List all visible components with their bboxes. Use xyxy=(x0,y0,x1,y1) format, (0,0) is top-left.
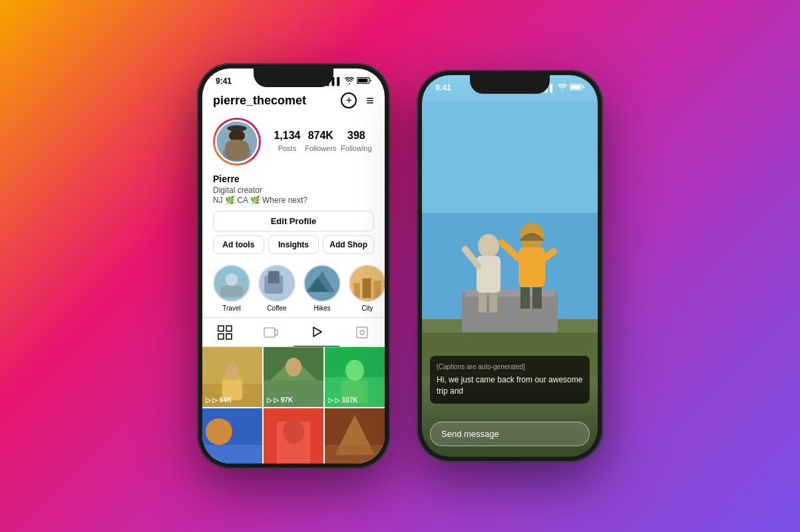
reel-scene xyxy=(422,102,598,377)
tab-grid[interactable] xyxy=(202,318,248,346)
svg-rect-4 xyxy=(223,147,251,162)
left-phone: 9:41 ▌▌▌ xyxy=(197,63,390,469)
highlight-travel[interactable]: Travel xyxy=(213,265,250,312)
notch-left xyxy=(254,68,333,87)
svg-rect-70 xyxy=(479,293,487,313)
highlight-label-travel: Travel xyxy=(222,305,240,312)
header-icons: + ≡ xyxy=(341,92,374,108)
grid-item-4[interactable] xyxy=(202,408,262,464)
content-tabs xyxy=(202,317,385,347)
profile-top: 1,134 Posts 874K Followers 398 Following xyxy=(213,118,374,166)
highlight-circle-coffee xyxy=(258,265,296,302)
highlight-image-hikes xyxy=(305,266,339,301)
highlight-circle-travel xyxy=(213,265,250,302)
status-icons-left: ▌▌▌ xyxy=(327,76,371,86)
svg-point-9 xyxy=(226,273,238,286)
svg-rect-46 xyxy=(202,445,262,464)
secondary-buttons: Ad tools Insights Add Shop xyxy=(213,235,374,254)
notch-right xyxy=(470,75,550,94)
tab-igtv[interactable] xyxy=(248,318,294,346)
ad-tools-button[interactable]: Ad tools xyxy=(213,235,264,254)
reel-container: 9:41 ▌▌▌ xyxy=(422,75,598,457)
svg-rect-27 xyxy=(275,330,278,335)
tab-tagged[interactable] xyxy=(339,318,385,346)
time-right: 9:41 xyxy=(435,83,451,92)
highlight-image-coffee xyxy=(260,266,294,301)
highlight-image-city xyxy=(350,266,385,301)
grid-item-2[interactable]: ▷ ▷ 97K xyxy=(264,347,323,407)
wifi-icon xyxy=(345,77,354,86)
followers-label: Followers xyxy=(305,144,336,152)
edit-profile-button[interactable]: Edit Profile xyxy=(213,211,374,231)
following-count: 398 xyxy=(341,130,371,142)
svg-rect-24 xyxy=(218,334,224,339)
following-label: Following xyxy=(341,144,371,152)
grid-badge-1: ▷ ▷ 64K xyxy=(206,396,232,404)
photo-grid: ▷ ▷ 64K ▷ ▷ 97K xyxy=(202,347,385,464)
svg-rect-10 xyxy=(220,286,242,297)
svg-rect-23 xyxy=(226,326,232,331)
send-message-bar[interactable]: Send message xyxy=(430,422,590,446)
grid-item-1[interactable]: ▷ ▷ 64K xyxy=(202,347,262,407)
avatar-container[interactable] xyxy=(213,118,261,166)
svg-rect-63 xyxy=(422,102,598,213)
wifi-icon-right xyxy=(558,84,567,92)
avatar-photo xyxy=(217,122,257,162)
story-highlights: Travel Coffee xyxy=(202,259,385,317)
svg-rect-18 xyxy=(354,283,360,298)
insights-button[interactable]: Insights xyxy=(268,235,319,254)
svg-rect-29 xyxy=(357,327,367,338)
svg-rect-19 xyxy=(363,279,371,299)
profile-bio-role: Digital creator xyxy=(213,186,374,195)
svg-point-49 xyxy=(283,420,304,444)
svg-rect-74 xyxy=(518,247,545,287)
stat-posts[interactable]: 1,134 Posts xyxy=(274,130,300,154)
stat-following[interactable]: 398 Following xyxy=(341,130,371,154)
add-shop-button[interactable]: Add Shop xyxy=(323,235,374,254)
profile-section: 1,134 Posts 874K Followers 398 Following… xyxy=(202,112,385,211)
tab-reels[interactable] xyxy=(294,318,339,346)
battery-icon-right xyxy=(570,83,584,92)
svg-point-45 xyxy=(206,418,232,445)
grid-item-3[interactable]: ▷ ▷ 107K xyxy=(325,347,385,407)
profile-username: pierre_thecomet xyxy=(213,94,306,108)
grid-image-6 xyxy=(325,408,385,464)
svg-rect-1 xyxy=(358,78,368,82)
svg-rect-13 xyxy=(268,271,280,283)
highlight-hikes[interactable]: Hikes xyxy=(303,265,341,312)
instagram-header: pierre_thecomet + ≡ xyxy=(202,88,385,112)
svg-rect-25 xyxy=(226,334,232,339)
right-phone: 9:41 ▌▌▌ xyxy=(417,70,603,462)
highlight-city[interactable]: City xyxy=(349,265,385,312)
svg-point-42 xyxy=(345,360,364,381)
svg-point-39 xyxy=(286,358,301,376)
highlight-circle-hikes xyxy=(303,265,341,302)
menu-icon[interactable]: ≡ xyxy=(366,93,374,108)
profile-bio-location: NJ 🌿 CA 🌿 Where next? xyxy=(213,196,374,205)
followers-count: 874K xyxy=(305,130,336,142)
svg-rect-52 xyxy=(325,445,385,464)
grid-item-6[interactable] xyxy=(325,408,385,464)
grid-item-5[interactable] xyxy=(264,408,323,464)
highlight-image-travel xyxy=(214,266,249,301)
svg-rect-20 xyxy=(373,281,381,298)
svg-point-34 xyxy=(226,362,239,378)
posts-label: Posts xyxy=(278,144,297,152)
svg-marker-28 xyxy=(313,327,321,336)
svg-point-30 xyxy=(360,331,364,334)
caption-box: [Captions are auto-generated] Hi, we jus… xyxy=(430,356,590,404)
highlight-coffee[interactable]: Coffee xyxy=(258,265,296,312)
highlight-label-hikes: Hikes xyxy=(313,305,330,312)
svg-rect-69 xyxy=(477,256,500,293)
highlight-label-city: City xyxy=(361,305,373,312)
svg-rect-26 xyxy=(264,328,275,337)
add-post-icon[interactable]: + xyxy=(341,92,357,108)
svg-rect-61 xyxy=(571,85,581,89)
time-left: 9:41 xyxy=(216,76,232,86)
stat-followers[interactable]: 874K Followers xyxy=(305,130,336,154)
grid-badge-2: ▷ ▷ 97K xyxy=(267,396,293,404)
svg-rect-75 xyxy=(520,287,530,309)
svg-rect-6 xyxy=(230,126,244,131)
svg-rect-66 xyxy=(462,293,558,332)
avatar xyxy=(215,120,259,164)
